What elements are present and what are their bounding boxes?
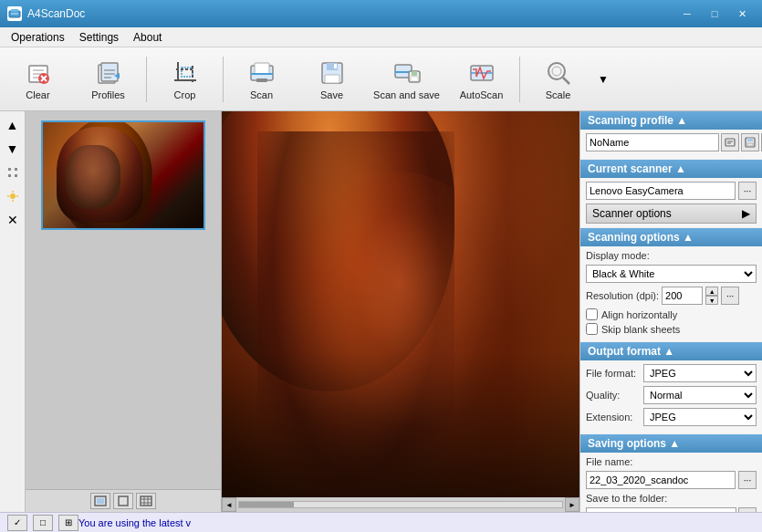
menu-settings[interactable]: Settings — [72, 29, 126, 46]
scroll-thumb[interactable] — [239, 502, 294, 507]
tool-arrow[interactable]: ▲ — [3, 115, 23, 135]
scanning-options-header[interactable]: Scanning options ▲ — [580, 228, 762, 246]
resolution-input[interactable] — [662, 287, 703, 305]
status-grid-btn[interactable]: ⊞ — [58, 515, 78, 531]
scroll-left-btn[interactable]: ◄ — [222, 497, 236, 512]
profile-name-input[interactable] — [586, 133, 719, 151]
svg-rect-33 — [411, 77, 418, 81]
image-area[interactable]: ◄ ► — [222, 111, 579, 512]
close-button[interactable]: ✕ — [729, 5, 755, 23]
scanner-menu-btn[interactable]: ··· — [738, 182, 757, 200]
scale-button[interactable]: Scale — [524, 51, 592, 108]
status-check-btn[interactable]: ✓ — [7, 515, 27, 531]
autoscan-button[interactable]: AutoScan — [447, 51, 516, 108]
align-horizontally-label: Align horizontally — [601, 309, 677, 320]
clear-label: Clear — [26, 89, 49, 100]
svg-rect-0 — [9, 11, 20, 17]
scan-and-save-button[interactable]: Scan and save — [368, 51, 445, 108]
folder-input[interactable] — [586, 507, 736, 512]
extension-select[interactable]: JPEG — [643, 408, 757, 426]
svg-point-37 — [552, 67, 561, 76]
scanner-name-row: ··· — [586, 182, 757, 200]
status-left-controls: ✓ □ ⊞ — [7, 515, 78, 531]
menu-about[interactable]: About — [126, 29, 169, 46]
tool-brightness[interactable] — [3, 186, 23, 206]
file-name-row: ··· — [586, 471, 757, 489]
thumb-actual-btn[interactable] — [113, 493, 133, 509]
scale-dropdown-button[interactable]: ▼ — [594, 51, 612, 108]
scanning-profile-header[interactable]: Scanning profile ▲ — [580, 111, 762, 130]
maximize-button[interactable]: □ — [702, 5, 727, 23]
saving-options-header[interactable]: Saving options ▲ — [580, 434, 762, 453]
svg-rect-28 — [334, 64, 337, 68]
scale-icon — [544, 58, 573, 88]
current-scanner-title: Current scanner ▲ — [588, 162, 686, 175]
folder-browse-btn[interactable]: ··· — [738, 507, 757, 512]
svg-rect-52 — [725, 139, 735, 146]
tool-zoom[interactable] — [3, 162, 23, 183]
svg-rect-57 — [747, 143, 753, 146]
scroll-track[interactable] — [238, 501, 563, 508]
current-scanner-header[interactable]: Current scanner ▲ — [580, 160, 762, 178]
resolution-up-btn[interactable]: ▲ — [705, 287, 718, 296]
quality-select[interactable]: Normal — [643, 386, 757, 404]
resolution-label: Resolution (dpi): — [586, 290, 659, 301]
extension-label: Extension: — [586, 412, 641, 422]
folder-row: ··· — [586, 507, 757, 512]
scanning-options-content: Display mode: Black & White Resolution (… — [580, 246, 762, 341]
file-name-menu-btn[interactable]: ··· — [738, 471, 757, 489]
svg-rect-56 — [747, 138, 753, 141]
folder-label: Save to the folder: — [586, 493, 667, 504]
scanner-name-input[interactable] — [586, 182, 736, 200]
resolution-down-btn[interactable]: ▼ — [705, 296, 718, 305]
scale-dropdown-arrow: ▼ — [598, 73, 609, 86]
scanner-options-btn[interactable]: Scanner options ▶ — [586, 203, 757, 224]
quality-row: Quality: Normal — [586, 386, 757, 404]
tool-crosshair[interactable]: ✕ — [3, 210, 23, 230]
resolution-menu-btn[interactable]: ··· — [721, 287, 739, 305]
menu-operations[interactable]: Operations — [4, 29, 72, 46]
thumb-fit-btn[interactable] — [90, 493, 110, 509]
status-view-btn[interactable]: □ — [33, 515, 53, 531]
app-title: A4ScanDoc — [27, 7, 85, 20]
window-controls: ─ □ ✕ — [674, 5, 755, 23]
profiles-button[interactable]: Profiles — [74, 51, 142, 108]
display-mode-select[interactable]: Black & White — [586, 265, 757, 283]
profile-save-btn[interactable] — [741, 133, 759, 151]
title-bar-left: A4ScanDoc — [7, 6, 85, 21]
image-scrollbar[interactable]: ◄ ► — [222, 497, 579, 512]
skip-blank-checkbox[interactable] — [586, 323, 598, 335]
profiles-label: Profiles — [91, 89, 125, 100]
crop-label: Crop — [174, 89, 196, 100]
tool-down[interactable]: ▼ — [3, 139, 23, 159]
output-format-header[interactable]: Output format ▲ — [580, 342, 762, 360]
current-scanner-section: Current scanner ▲ ··· Scanner options ▶ — [580, 160, 762, 227]
svg-point-36 — [548, 63, 565, 79]
scanning-profile-content: ··· — [580, 130, 762, 159]
thumb-grid-btn[interactable] — [136, 493, 156, 509]
crop-button[interactable]: Crop — [151, 51, 219, 108]
main-image — [222, 111, 579, 512]
save-button[interactable]: Save — [297, 51, 366, 108]
file-name-input[interactable] — [586, 471, 736, 489]
minimize-button[interactable]: ─ — [674, 5, 700, 23]
svg-rect-11 — [101, 63, 118, 81]
svg-rect-45 — [97, 498, 104, 504]
saving-options-section: Saving options ▲ File name: ··· Save to … — [580, 434, 762, 512]
clear-icon — [24, 58, 53, 88]
align-horizontally-checkbox[interactable] — [586, 308, 598, 320]
scan-button[interactable]: Scan — [227, 51, 296, 108]
extension-row: Extension: JPEG — [586, 408, 757, 426]
scroll-right-btn[interactable]: ► — [565, 497, 579, 512]
status-message: You are using the latest v — [78, 517, 191, 528]
thumbnail-image[interactable] — [41, 120, 205, 230]
file-name-label: File name: — [586, 456, 636, 467]
profile-load-btn[interactable] — [721, 133, 739, 151]
display-mode-label: Display mode: — [586, 250, 650, 261]
clear-button[interactable]: Clear — [4, 51, 72, 108]
save-icon — [318, 58, 347, 88]
menu-bar: Operations Settings About — [0, 27, 762, 47]
file-format-select[interactable]: JPEG — [643, 364, 757, 382]
resolution-row: Resolution (dpi): ▲ ▼ ··· — [586, 287, 757, 305]
crop-icon — [171, 58, 200, 88]
